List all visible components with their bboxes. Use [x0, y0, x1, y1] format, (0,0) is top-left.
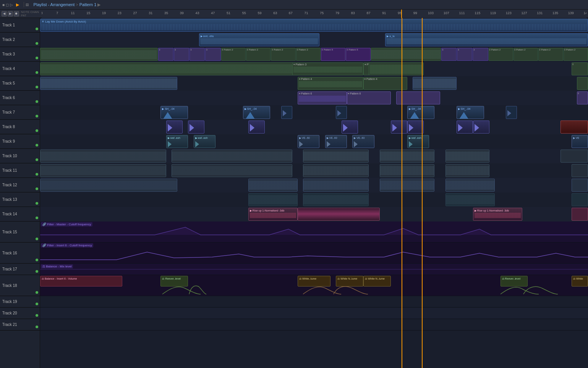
clip-rise-up-2[interactable]: ▶ Rise up 1-Normalised -3db [473, 208, 522, 221]
track-label-19[interactable]: Track 19 [0, 296, 40, 308]
clip-t8-9[interactable] [560, 120, 588, 134]
track-content-1[interactable]: ✕ Lay Me Down (Avicii By Avicii) [40, 18, 588, 33]
track-label-18[interactable]: Track 18 [0, 275, 40, 296]
clip-t8-2[interactable] [188, 120, 204, 134]
track-label-7[interactable]: Track 7 [0, 105, 40, 120]
track-content-6[interactable]: ≡ Pattern 6 ≡ Pattern 6 ≡ [40, 91, 588, 105]
track-label-4[interactable]: Track 4 [0, 62, 40, 76]
track-label-8[interactable]: Track 8 [0, 120, 40, 134]
track-label-6[interactable]: Track 6 [0, 91, 40, 105]
track-label-9[interactable]: Track 9 [0, 134, 40, 149]
track-active-dot-16 [36, 259, 38, 261]
ruler-mark-87: 87 [367, 11, 371, 15]
clip-t8-7[interactable] [457, 120, 473, 134]
track-content-3[interactable]: 3 3 3 3 ≡ Pattern 2 ≡ Pattern 2 ≡ Patter… [40, 47, 588, 62]
track-content-15[interactable]: 🔗 Filter - Master - Cutoff frequency [40, 221, 588, 243]
clip-waf-ash-2[interactable]: ▶ waf..ash [194, 135, 215, 148]
track-content-11[interactable] [40, 163, 588, 178]
ruler-mark-7: 7 [56, 11, 58, 15]
track-active-dot-12 [36, 187, 38, 190]
clip-ve60-3[interactable]: ▶ VE..60 [352, 135, 374, 148]
clip-sh04-2[interactable]: ▶ SH_..04 [243, 106, 271, 119]
track-active-dot-5 [36, 86, 38, 88]
track-content-21[interactable] [40, 319, 588, 331]
clip-ve60-2[interactable]: ▶ VE..60 [325, 135, 347, 148]
track-label-15[interactable]: Track 15 [0, 221, 40, 243]
ruler-mark-83: 83 [351, 11, 355, 15]
track-content-12[interactable] [40, 178, 588, 192]
track-label-13[interactable]: Track 13 [0, 192, 40, 207]
track-content-20[interactable] [40, 308, 588, 319]
ruler-mark-19: 19 [102, 11, 106, 15]
track-label-1[interactable]: Track 1 [0, 18, 40, 33]
clip-a-la[interactable]: ▶ a_la [385, 33, 588, 46]
clip-arrow-2[interactable] [336, 106, 347, 119]
track-label-10[interactable]: Track 10 [0, 149, 40, 163]
track-active-dot-14 [36, 217, 38, 219]
ruler-mark-15: 15 [86, 11, 90, 15]
clip-rise-up-1[interactable]: ▶ Rise up 1-Normalised -3db [248, 208, 298, 221]
clip-t8-4[interactable] [342, 120, 358, 134]
clip-sh04-4[interactable]: ▶ SH_..04 [457, 106, 484, 119]
track-active-dot-13 [36, 202, 38, 205]
ruler-mark-143: 143 [583, 11, 586, 15]
clip-arrow-3[interactable] [506, 106, 517, 119]
track-content-9[interactable]: ▶ waf..ash ▶ waf..ash ▶ VE..60 ▶ VE..60 … [40, 134, 588, 149]
clip-t8-3[interactable] [248, 120, 265, 134]
ruler-mark-107: 107 [444, 11, 449, 15]
track-label-5[interactable]: Track 5 [0, 76, 40, 91]
track-active-dot-6 [36, 100, 38, 103]
track-content-14[interactable]: ▶ Rise up 1-Normalised -3db ▶ Rise up 1-… [40, 207, 588, 221]
track-content-7[interactable]: ▶ SH_..04 ▶ SH_..04 [40, 105, 588, 120]
clip-t8-6[interactable] [407, 120, 424, 134]
track-content-18[interactable]: ⚖ Balance - Insert 6 - Volume ⚖ Reever..… [40, 275, 588, 296]
ruler-mark-75: 75 [320, 11, 324, 15]
track-label-17[interactable]: Track 17 [0, 264, 40, 275]
clip-t8-8[interactable] [473, 120, 489, 134]
tracks-content-panel: ✕ Lay Me Down (Avicii By Avicii) ▶ avic.… [40, 18, 588, 368]
clip-waf-ash-1[interactable]: ▶ waf..ash [166, 135, 188, 148]
track-content-13[interactable] [40, 192, 588, 207]
clip-lay-me-down[interactable]: ✕ Lay Me Down (Avicii By Avicii) [40, 19, 588, 32]
track-content-5[interactable]: ≡ Pattern 4 ≡ Pattern 4 [40, 76, 588, 91]
track-content-16[interactable]: 🔗 Filter - Insert 6 - Cutoff frequency [40, 243, 588, 264]
ruler-mark-55: 55 [242, 11, 246, 15]
track-active-dot-8 [36, 129, 38, 132]
clip-t8-5[interactable] [391, 120, 407, 134]
track-label-11[interactable]: Track 11 [0, 163, 40, 178]
ruler-mark-23: 23 [118, 11, 121, 15]
clip-ve60-4[interactable]: ▶ VE [572, 135, 588, 148]
track-content-4[interactable]: ≡ Pattern 3 ≡ Pattern 3 ≡ [40, 62, 588, 76]
clip-sh04-3[interactable]: ▶ SH_..04 [407, 106, 435, 119]
track-content-8[interactable] [40, 120, 588, 134]
track-content-17[interactable]: ⚖ Balance - Mix level [40, 264, 588, 275]
ruler-mark-119: 119 [490, 11, 496, 15]
clip-arrow-1[interactable] [281, 106, 292, 119]
track-active-dot-7 [36, 115, 38, 117]
ruler-mark-51: 51 [227, 11, 230, 15]
transport-play[interactable]: ◀ [2, 11, 7, 16]
clip-avic-ella[interactable]: ▶ avic..ella [199, 33, 319, 46]
clip-sh04-1[interactable]: ▶ SH_..04 [160, 106, 188, 119]
track-label-20[interactable]: Track 20 [0, 308, 40, 319]
ruler-mark-67: 67 [289, 11, 293, 15]
ruler-mark-115: 115 [475, 11, 480, 15]
transport-rec[interactable]: ⏺ [14, 11, 19, 16]
track-label-14[interactable]: Track 14 [0, 207, 40, 221]
track-label-16[interactable]: Track 16 [0, 243, 40, 264]
transport-stop[interactable]: ▶ [8, 11, 13, 16]
track-active-dot-1 [36, 28, 38, 30]
ruler-mark-39: 39 [180, 11, 184, 15]
track-label-12[interactable]: Track 12 [0, 178, 40, 192]
track-content-19[interactable] [40, 296, 588, 308]
track-label-3[interactable]: Track 3 [0, 47, 40, 62]
track-content-10[interactable] [40, 149, 588, 163]
clip-ve60-1[interactable]: ▶ VE..60 [298, 135, 319, 148]
track-label-21[interactable]: Track 21 [0, 319, 40, 331]
app-container: ■ ◻ ▷ ▶ ▤ Playlist - Arrangement > Patte… [0, 0, 588, 368]
clip-waf-ash-3[interactable]: ▶ waf..ash [407, 135, 429, 148]
clip-t8-1[interactable] [166, 120, 183, 134]
track-content-2[interactable]: ▶ avic..ella ▶ a_la [40, 33, 588, 47]
track-label-2[interactable]: Track 2 [0, 33, 40, 47]
track-active-dot-9 [36, 144, 38, 147]
